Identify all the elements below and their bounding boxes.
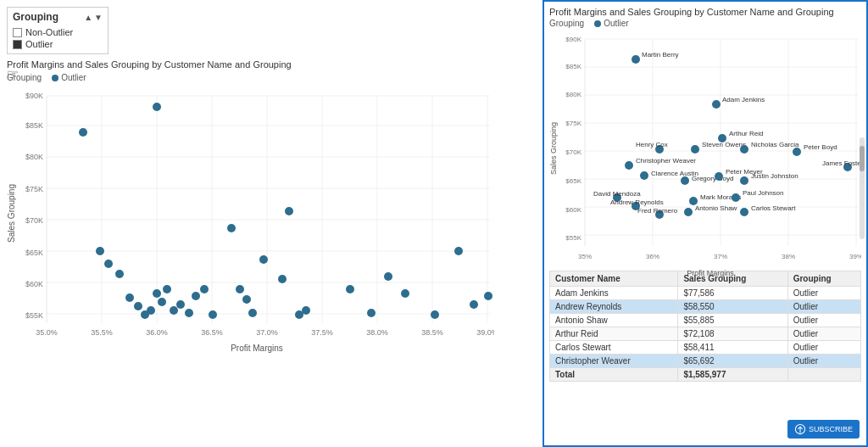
dot[interactable] [153, 103, 161, 111]
svg-text:$75K: $75K [565, 120, 581, 127]
table-row[interactable]: Arthur Reid $72,108 Outlier [550, 327, 861, 341]
scrollbar-track[interactable] [860, 137, 865, 239]
cell-sales: $58,411 [678, 341, 787, 355]
svg-text:$70K: $70K [565, 148, 581, 156]
svg-text:$90K: $90K [25, 92, 43, 100]
svg-text:Paul Johnson: Paul Johnson [743, 189, 783, 197]
dot[interactable] [248, 309, 257, 317]
cell-name: Arthur Reid [550, 327, 678, 341]
dot[interactable] [236, 285, 244, 293]
dot[interactable] [163, 285, 171, 293]
table-row[interactable]: Carlos Stewart $58,411 Outlier [550, 341, 861, 355]
dot-antonio-shaw[interactable] [684, 208, 693, 216]
total-grouping-empty [787, 368, 860, 382]
dot[interactable] [158, 298, 166, 306]
right-x-axis-label: Profit Margins [559, 269, 861, 277]
dot[interactable] [147, 306, 155, 315]
dot-nicholas-garcia[interactable] [740, 145, 748, 154]
dot[interactable] [401, 289, 409, 298]
dot-carlos-stewart[interactable] [740, 208, 748, 216]
dot[interactable] [367, 309, 376, 317]
dot-gregory-boyd[interactable] [681, 176, 689, 185]
dot-peter-boyd[interactable] [793, 148, 801, 156]
svg-text:Adam Jenkins: Adam Jenkins [722, 96, 765, 103]
cell-name: Antonio Shaw [550, 314, 678, 327]
filter-header: Grouping ▲ ▼ [13, 11, 103, 23]
dot[interactable] [242, 295, 251, 304]
dot-peter-meyer[interactable] [715, 172, 723, 181]
svg-text:Antonio Shaw: Antonio Shaw [695, 204, 737, 212]
svg-text:38.0%: 38.0% [366, 328, 388, 337]
checkbox-non-outlier[interactable] [13, 28, 22, 37]
dot[interactable] [285, 207, 293, 215]
dot[interactable] [302, 306, 310, 315]
dot[interactable] [209, 310, 217, 319]
dot[interactable] [170, 306, 178, 315]
dot[interactable] [259, 255, 268, 264]
checkbox-outlier[interactable] [13, 40, 22, 49]
table-row[interactable]: Antonio Shaw $55,885 Outlier [550, 314, 861, 327]
filter-arrows: ▲ ▼ [84, 13, 103, 22]
dot-steven-owens[interactable] [691, 145, 699, 154]
dot-adam-jenkins[interactable] [712, 100, 721, 109]
dot-paul-johnson[interactable] [732, 193, 740, 202]
arrow-down[interactable]: ▼ [94, 13, 103, 22]
non-outlier-label: Non-Outlier [25, 27, 73, 37]
cell-name: Adam Jenkins [550, 287, 678, 300]
dot-christopher-weaver[interactable] [625, 161, 633, 170]
dot[interactable] [185, 309, 193, 317]
dot[interactable] [176, 300, 185, 309]
dot[interactable] [104, 260, 113, 268]
svg-text:39%: 39% [849, 253, 861, 260]
dot[interactable] [79, 128, 87, 137]
dot-martin-berry[interactable] [632, 55, 640, 64]
svg-text:Carlos Stewart: Carlos Stewart [751, 204, 796, 212]
dot[interactable] [346, 285, 354, 293]
svg-text:$60K: $60K [565, 206, 581, 214]
dot[interactable] [227, 224, 236, 232]
svg-text:$85K: $85K [25, 121, 43, 130]
cell-name: Carlos Stewart [550, 341, 678, 355]
dot[interactable] [454, 247, 463, 255]
subscribe-label: SUBSCRIBE [809, 425, 853, 433]
right-y-axis-label: Sales Grouping [549, 122, 558, 175]
svg-text:36.0%: 36.0% [146, 328, 168, 337]
legend-outlier-dot [52, 75, 58, 81]
table-row[interactable]: Adam Jenkins $77,586 Outlier [550, 287, 861, 300]
left-chart-title: Profit Margins and Sales Grouping by Cus… [7, 59, 536, 70]
dot[interactable] [192, 292, 200, 300]
cell-grouping: Outlier [787, 314, 860, 327]
svg-text:Andrew Reynolds: Andrew Reynolds [610, 198, 664, 206]
dot[interactable] [431, 310, 439, 319]
dot[interactable] [115, 270, 124, 278]
right-scatter-svg: $90K $85K $80K $75K $70K $65K $60K $55K [559, 30, 861, 267]
svg-text:35.5%: 35.5% [91, 328, 113, 337]
dot[interactable] [96, 247, 104, 255]
dot[interactable] [278, 275, 287, 283]
dot[interactable] [200, 285, 209, 293]
table-row[interactable]: Andrew Reynolds $58,550 Outlier [550, 300, 861, 314]
legend-outlier-label: Outlier [61, 73, 86, 82]
dot[interactable] [134, 302, 142, 310]
svg-text:James Foster: James Foster [822, 159, 861, 167]
svg-text:36%: 36% [646, 253, 659, 260]
right-legend-outlier-label: Outlier [604, 19, 628, 28]
scrollbar-thumb[interactable] [860, 146, 865, 171]
filter-item-non-outlier[interactable]: Non-Outlier [13, 26, 103, 38]
svg-text:$85K: $85K [565, 63, 581, 70]
right-legend-grouping-label: Grouping [549, 19, 584, 28]
table-row[interactable]: Christopher Weaver $65,692 Outlier [550, 355, 861, 368]
filter-item-outlier[interactable]: Outlier [13, 38, 103, 50]
subscribe-button[interactable]: SUBSCRIBE [787, 420, 860, 439]
cell-grouping: Outlier [787, 287, 860, 300]
dot[interactable] [125, 293, 134, 302]
dot[interactable] [153, 289, 161, 298]
dot[interactable] [470, 300, 478, 309]
right-panel: Profit Margins and Sales Grouping by Cus… [542, 0, 868, 447]
dot-justin-johnston[interactable] [740, 176, 748, 185]
svg-text:$90K: $90K [565, 36, 581, 43]
dot-clarence-austin[interactable] [640, 171, 648, 180]
arrow-up[interactable]: ▲ [84, 13, 92, 22]
dot[interactable] [384, 272, 392, 281]
dot[interactable] [484, 292, 492, 300]
